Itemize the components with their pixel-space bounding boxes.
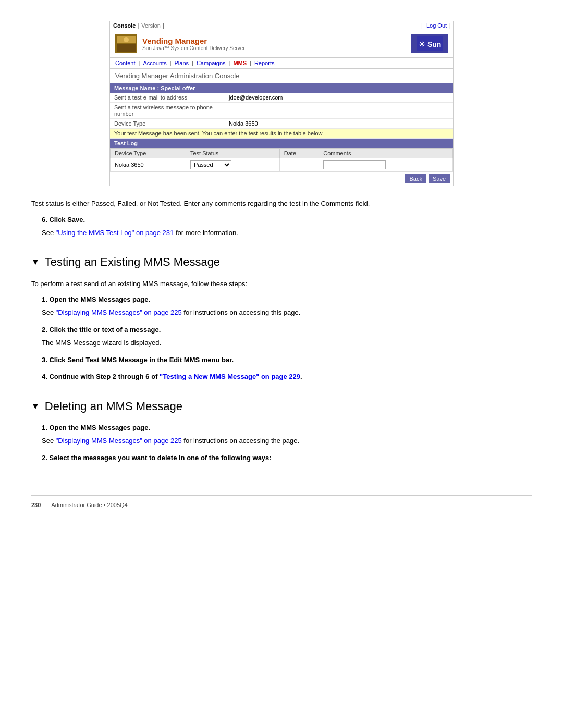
- status-dropdown[interactable]: Passed Failed Not Tested: [190, 160, 231, 169]
- sent-notice: Your test Message has been sent. You can…: [110, 129, 453, 139]
- nav-content[interactable]: Content: [115, 60, 136, 66]
- section1-heading: ▼ Testing an Existing MMS Message: [31, 253, 532, 271]
- console-panel: Console | Version | | Log Out | Vending …: [109, 21, 454, 186]
- nav-accounts[interactable]: Accounts: [143, 60, 166, 66]
- table-row: Nokia 3650 Passed Failed Not Tested: [111, 158, 453, 171]
- table-row: Sent a test e-mail to address jdoe@devel…: [110, 93, 453, 103]
- topbar-sep1: |: [138, 22, 139, 29]
- save-button[interactable]: Save: [429, 174, 450, 183]
- section1-step1: 1. Open the MMS Messages page. See "Disp…: [42, 294, 532, 318]
- step4-link[interactable]: "Testing a New MMS Message" on page 229: [160, 373, 300, 380]
- table-row: Sent a test wireless message to phone nu…: [110, 103, 453, 119]
- step-bold: Click Send Test MMS Message in the Edit …: [49, 356, 234, 364]
- logout-area: | Log Out |: [421, 22, 450, 29]
- intro-text: Test status is either Passed, Failed, or…: [31, 199, 532, 209]
- table-row: Device Type Nokia 3650: [110, 119, 453, 129]
- field-value: Nokia 3650: [225, 119, 453, 129]
- console-subtitle: Sun Java™ System Content Delivery Server: [142, 45, 245, 51]
- message-panel: Message Name : Special offer Sent a test…: [110, 83, 453, 186]
- test-log-header: Test Log: [110, 139, 453, 148]
- section2-title: Deleting an MMS Message: [45, 397, 182, 415]
- console-header: Vending Manager Sun Java™ System Content…: [110, 30, 453, 58]
- doc-body: Test status is either Passed, Failed, or…: [31, 199, 532, 510]
- section1-step2: 2. Click the title or text of a message.…: [42, 325, 532, 349]
- col-test-status: Test Status: [186, 149, 279, 158]
- step6-see: See: [42, 229, 56, 237]
- topbar-sep2: |: [163, 22, 164, 29]
- field-label: Sent a test wireless message to phone nu…: [110, 103, 225, 119]
- step-link[interactable]: "Displaying MMS Messages" on page 225: [56, 437, 182, 445]
- console-tab[interactable]: Console: [113, 22, 136, 29]
- device-type-cell: Nokia 3650: [111, 158, 186, 171]
- step-num: 4.: [42, 373, 49, 380]
- page-footer: 230 Administrator Guide • 2005Q4: [31, 495, 532, 510]
- console-main-title: Vending Manager: [142, 36, 245, 45]
- message-details-table: Sent a test e-mail to address jdoe@devel…: [110, 93, 453, 139]
- field-value: jdoe@developer.com: [225, 93, 453, 103]
- date-cell: [279, 158, 319, 171]
- notice-row: Your test Message has been sent. You can…: [110, 129, 453, 139]
- step-bold: Open the MMS Messages page.: [49, 295, 150, 303]
- version-tab[interactable]: Version: [141, 22, 161, 29]
- nav-campaigns[interactable]: Campaigns: [197, 60, 226, 66]
- svg-rect-2: [117, 44, 136, 52]
- step-content: 3. Click Send Test MMS Message in the Ed…: [42, 355, 532, 366]
- nav-mms[interactable]: MMS: [233, 60, 247, 66]
- step-desc: The MMS Message wizard is displayed.: [42, 338, 532, 349]
- step-6-block: 6. Click Save. See "Using the MMS Test L…: [42, 215, 532, 239]
- step-num: 3.: [42, 356, 49, 364]
- step-num: 2.: [42, 454, 49, 462]
- col-device-type: Device Type: [111, 149, 186, 158]
- topbar-sep3: |: [421, 22, 423, 29]
- doc-name: Administrator Guide • 2005Q4: [51, 501, 127, 510]
- step-bold: Select the messages you want to delete i…: [49, 454, 271, 462]
- nav-reports[interactable]: Reports: [254, 60, 275, 66]
- step-num: 1.: [42, 424, 49, 431]
- step-content: 1. Open the MMS Messages page.: [42, 294, 532, 305]
- comments-cell: [319, 158, 453, 171]
- console-title-text: Vending Manager Sun Java™ System Content…: [142, 36, 245, 51]
- col-date: Date: [279, 149, 319, 158]
- section2-step2: 2. Select the messages you want to delet…: [42, 453, 532, 464]
- section1-step3: 3. Click Send Test MMS Message in the Ed…: [42, 355, 532, 366]
- svg-text:☀ Sun: ☀ Sun: [419, 40, 441, 48]
- step-desc: See "Displaying MMS Messages" on page 22…: [42, 436, 532, 447]
- nav-plans[interactable]: Plans: [175, 60, 189, 66]
- step6-label: 6. Click Save.: [42, 215, 532, 226]
- console-topbar: Console | Version | | Log Out |: [110, 21, 453, 30]
- status-cell: Passed Failed Not Tested: [186, 158, 279, 171]
- step-content: 4. Continue with Step 2 through 6 of "Te…: [42, 372, 532, 382]
- step-link[interactable]: "Displaying MMS Messages" on page 225: [56, 309, 182, 316]
- section2-step1: 1. Open the MMS Messages page. See "Disp…: [42, 423, 532, 447]
- section1-step4: 4. Continue with Step 2 through 6 of "Te…: [42, 372, 532, 382]
- logout-link[interactable]: Log Out: [426, 22, 447, 29]
- step-bold: Open the MMS Messages page.: [49, 424, 150, 431]
- step-content: 2. Select the messages you want to delet…: [42, 453, 532, 464]
- field-label: Sent a test e-mail to address: [110, 93, 225, 103]
- step-desc: See "Displaying MMS Messages" on page 22…: [42, 307, 532, 318]
- console-nav: Content | Accounts | Plans | Campaigns |…: [110, 58, 453, 69]
- field-label: Device Type: [110, 119, 225, 129]
- console-admin-title: Vending Manager Administration Console: [110, 69, 453, 83]
- triangle-icon: ▼: [31, 255, 40, 269]
- table-header-row: Device Type Test Status Date Comments: [111, 149, 453, 158]
- back-button[interactable]: Back: [405, 174, 426, 183]
- step-num: 2.: [42, 326, 49, 334]
- triangle-icon2: ▼: [31, 400, 40, 413]
- section2-heading: ▼ Deleting an MMS Message: [31, 397, 532, 415]
- test-log-table: Device Type Test Status Date Comments No…: [110, 148, 453, 171]
- button-row: Back Save: [110, 171, 453, 186]
- comment-input[interactable]: [323, 160, 386, 169]
- step6-link[interactable]: "Using the MMS Test Log" on page 231: [56, 229, 174, 237]
- sun-logo: ☀ Sun: [411, 34, 448, 53]
- header-title-area: Vending Manager Sun Java™ System Content…: [115, 34, 245, 53]
- topbar-sep4: |: [448, 22, 450, 29]
- message-name-header: Message Name : Special offer: [110, 83, 453, 93]
- step6-suffix: for more information.: [174, 229, 238, 237]
- step-num: 1.: [42, 295, 49, 303]
- step-content: 1. Open the MMS Messages page.: [42, 423, 532, 434]
- step-bold: Click the title or text of a message.: [49, 326, 161, 334]
- section1-intro: To perform a test send of an existing MM…: [31, 279, 532, 290]
- col-comments: Comments: [319, 149, 453, 158]
- svg-point-3: [124, 37, 129, 42]
